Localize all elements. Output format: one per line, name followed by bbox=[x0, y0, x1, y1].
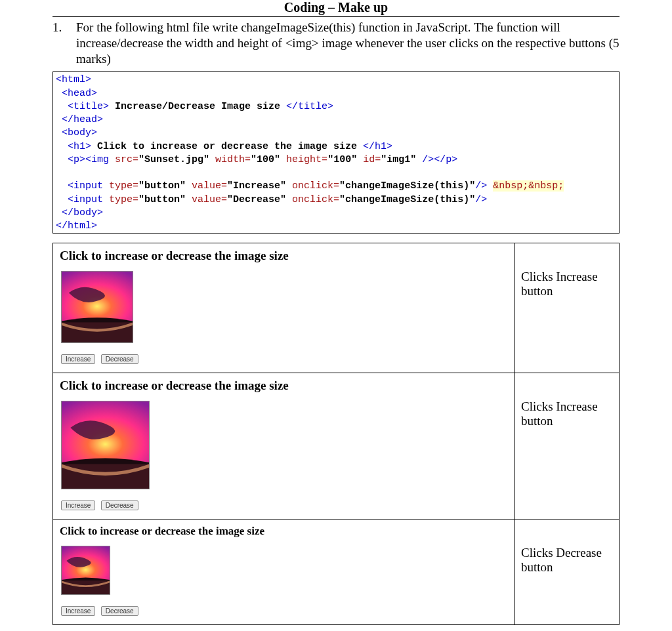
button-row: Increase Decrease bbox=[61, 497, 507, 511]
increase-button[interactable]: Increase bbox=[61, 606, 95, 616]
code-attr: type= bbox=[109, 194, 138, 205]
code-attr: onclick= bbox=[286, 194, 339, 205]
code-text: Increase/Decrease Image size bbox=[109, 101, 286, 112]
sunset-image bbox=[61, 401, 150, 489]
demo-heading: Click to increase or decrease the image … bbox=[60, 378, 507, 393]
decrease-button[interactable]: Decrease bbox=[101, 354, 138, 364]
code-line: <html> bbox=[56, 74, 91, 85]
code-line: <body> bbox=[62, 127, 97, 138]
code-val: "100" bbox=[327, 154, 357, 165]
code-val: "img1" bbox=[381, 154, 416, 165]
code-line: </title> bbox=[286, 101, 333, 112]
code-line: </body> bbox=[62, 207, 103, 218]
button-row: Increase Decrease bbox=[61, 603, 507, 617]
code-attr: height= bbox=[280, 154, 327, 165]
increase-button[interactable]: Increase bbox=[61, 500, 95, 510]
code-line: <title> bbox=[68, 101, 109, 112]
code-entity: &nbsp;&nbsp; bbox=[493, 180, 564, 192]
demo-cell: Click to increase or decrease the image … bbox=[53, 373, 514, 519]
code-line: /></p> bbox=[416, 154, 457, 165]
code-val: "Increase" bbox=[227, 180, 286, 192]
decrease-button[interactable]: Decrease bbox=[101, 500, 138, 510]
table-row: Click to increase or decrease the image … bbox=[53, 373, 620, 519]
caption-cell: Clicks Increase button bbox=[514, 243, 620, 373]
code-val: "Sunset.jpg" bbox=[138, 154, 209, 165]
code-attr: width= bbox=[209, 154, 251, 165]
code-val: "changeImageSize(this)" bbox=[339, 194, 475, 205]
code-line: /> bbox=[475, 194, 487, 205]
code-line: <input bbox=[68, 194, 109, 205]
caption-cell: Clicks Decrease button bbox=[514, 519, 620, 625]
code-val: "button" bbox=[138, 180, 186, 192]
code-val: "100" bbox=[251, 154, 280, 165]
code-line: <h1> bbox=[68, 141, 91, 152]
code-val: "button" bbox=[138, 194, 186, 205]
code-attr: value= bbox=[186, 194, 227, 205]
question-block: 1. For the following html file write cha… bbox=[52, 20, 620, 66]
code-val: "changeImageSize(this)" bbox=[339, 180, 475, 192]
demo-heading: Click to increase or decrease the image … bbox=[60, 249, 507, 263]
code-val: "Decrease" bbox=[227, 194, 286, 205]
code-attr: src= bbox=[115, 154, 138, 165]
increase-button[interactable]: Increase bbox=[61, 354, 95, 364]
code-line: </html> bbox=[56, 220, 97, 232]
code-listing: <html> <head> <title> Increase/Decrease … bbox=[52, 71, 620, 234]
code-line: <input bbox=[68, 180, 109, 192]
demo-cell: Click to increase or decrease the image … bbox=[53, 243, 514, 373]
caption-cell: Clicks Increase button bbox=[514, 373, 620, 519]
sunset-image bbox=[61, 271, 133, 343]
code-attr: id= bbox=[357, 154, 381, 165]
decrease-button[interactable]: Decrease bbox=[101, 606, 138, 616]
page-header: Coding – Make up bbox=[52, 0, 620, 17]
sunset-image bbox=[61, 546, 110, 595]
code-text: Click to increase or decrease the image … bbox=[91, 141, 363, 152]
demo-heading: Click to increase or decrease the image … bbox=[60, 525, 507, 538]
button-row: Increase Decrease bbox=[61, 351, 507, 365]
code-attr: value= bbox=[186, 180, 227, 192]
code-attr: type= bbox=[109, 180, 138, 192]
code-attr: onclick= bbox=[286, 180, 339, 192]
question-text: For the following html file write change… bbox=[76, 20, 620, 66]
code-line: </head> bbox=[62, 114, 103, 125]
table-row: Click to increase or decrease the image … bbox=[53, 519, 620, 625]
question-number: 1. bbox=[52, 20, 76, 66]
code-line: <head> bbox=[62, 88, 97, 99]
code-line: </h1> bbox=[363, 141, 392, 152]
demo-table: Click to increase or decrease the image … bbox=[52, 243, 620, 625]
code-line: <p><img bbox=[68, 154, 115, 165]
demo-cell: Click to increase or decrease the image … bbox=[53, 519, 514, 625]
code-line: /> bbox=[475, 180, 493, 192]
table-row: Click to increase or decrease the image … bbox=[53, 243, 620, 373]
